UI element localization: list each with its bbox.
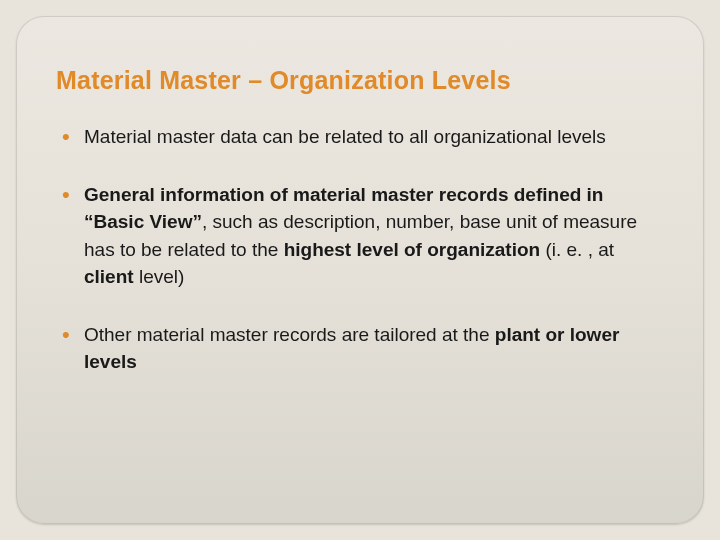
bullet-text: (i. e. , at bbox=[540, 239, 614, 260]
list-item: Other material master records are tailor… bbox=[56, 321, 664, 376]
slide: Material Master – Organization Levels Ma… bbox=[16, 16, 704, 524]
bullet-text-bold: client bbox=[84, 266, 134, 287]
bullet-text: level) bbox=[134, 266, 185, 287]
list-item: Material master data can be related to a… bbox=[56, 123, 664, 151]
slide-title: Material Master – Organization Levels bbox=[56, 66, 664, 95]
bullet-text-bold: highest level of organization bbox=[284, 239, 541, 260]
bullet-text: Other material master records are tailor… bbox=[84, 324, 495, 345]
list-item: General information of material master r… bbox=[56, 181, 664, 291]
bullet-text: Material master data can be related to a… bbox=[84, 126, 606, 147]
bullet-list: Material master data can be related to a… bbox=[56, 123, 664, 376]
